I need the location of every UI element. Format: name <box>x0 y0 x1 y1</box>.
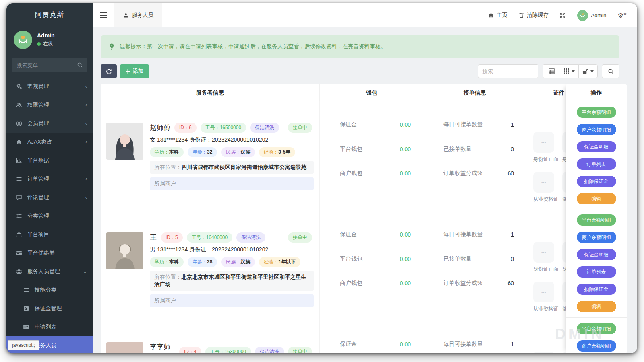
certificate-thumbnail[interactable]: ■■■ <box>533 132 554 153</box>
row-actions: 平台余额明细商户余额明细保证金明细订单列表扣除保证金编辑 <box>566 209 627 318</box>
data-table: 服务者信息 钱包 接单信息 证件 赵师傅ID：6工号：16500000保洁清洗接… <box>101 84 619 353</box>
sidebar-item-0[interactable]: 常规管理‹ <box>6 77 93 96</box>
location-bar: 所在位置：北京北京市东城区和平里街道和平里社区和平之星生活广场 <box>150 271 314 291</box>
row-actions: 平台余额明细商户余额明细保证金明细订单列表扣除保证金编辑 <box>566 318 627 353</box>
action-button[interactable]: 平台余额明细 <box>577 323 616 334</box>
sidebar-item-8[interactable]: 平台项目 <box>6 225 93 244</box>
id-badge: ID：6 <box>174 123 197 133</box>
wallet-cell: 保证金0.00平台钱包0.00商户钱包0.00 <box>320 101 423 211</box>
sidebar-item-2[interactable]: 会员管理‹ <box>6 114 93 133</box>
sidebar-toggle-button[interactable] <box>93 12 114 18</box>
deposit-icon <box>23 305 30 312</box>
chevron-left-icon: ‹ <box>85 84 87 89</box>
attribute-badge: 民族：汉族 <box>221 257 255 267</box>
action-button[interactable]: 平台余额明细 <box>577 107 616 118</box>
sidebar-item-label: 分类管理 <box>27 212 49 220</box>
sidebar-search-input[interactable] <box>12 58 87 72</box>
bag-icon <box>15 231 23 238</box>
export-dropdown-button[interactable] <box>578 64 598 78</box>
action-button[interactable]: 扣除保证金 <box>577 284 616 295</box>
field-label: 已接单数量 <box>443 255 472 263</box>
sidebar-item-1[interactable]: 权限管理‹ <box>6 96 93 114</box>
toggle-view-button[interactable] <box>543 64 560 78</box>
category-icon <box>15 213 23 219</box>
action-button[interactable]: 扣除保证金 <box>577 176 616 187</box>
sidebar-item-label: 平台优惠券 <box>27 249 55 257</box>
worker-photo[interactable] <box>106 232 143 269</box>
settings-button[interactable]: ⚙⚙ <box>618 12 627 19</box>
refresh-button[interactable] <box>101 64 117 78</box>
field-label: 商户钱包 <box>340 280 362 287</box>
columns-dropdown-button[interactable] <box>560 64 579 78</box>
action-button[interactable]: 商户余额明细 <box>577 124 616 135</box>
certificate-label: 从业资格证 <box>533 306 558 313</box>
table-view-icon <box>549 68 555 74</box>
certificate-thumbnail[interactable]: ■■■ <box>533 352 554 353</box>
sidebar-item-5[interactable]: 订单管理‹ <box>6 170 93 188</box>
action-button[interactable]: 订单列表 <box>577 158 616 170</box>
add-button[interactable]: 添加 <box>120 64 149 78</box>
location-bar: 所在位置：四川省成都市武侯区肖家河街道怡康城市公寓瑞景苑 <box>150 161 314 174</box>
sidebar-item-4[interactable]: 平台数据 <box>6 151 93 170</box>
chevron-left-icon: ‹ <box>85 195 87 200</box>
sidebar-item-12[interactable]: 保证金管理 <box>6 299 93 318</box>
trash-icon <box>519 12 524 18</box>
merchant-bar: 所属商户： <box>150 177 314 190</box>
member-icon <box>15 120 23 127</box>
action-button[interactable]: 编辑 <box>577 301 616 312</box>
sidebar-item-11[interactable]: 技能分类 <box>6 281 93 299</box>
search-icon <box>77 62 83 68</box>
sidebar-item-label: 技能分类 <box>35 286 56 294</box>
id-badge: ID：5 <box>161 232 183 243</box>
sidebar-item-3[interactable]: AJAX家政‹ <box>6 133 93 151</box>
table-row: 赵师傅ID：6工号：16500000保洁清洗接单中女 131****1234 身… <box>101 101 619 211</box>
notice-alert: 温馨提示：第一次申请，请在申请列表审核，申请通过后，在服务人员查看，后续修改资料… <box>101 35 619 58</box>
column-header: 服务者信息 <box>101 84 320 101</box>
action-button[interactable]: 编辑 <box>577 193 616 204</box>
field-value: 0.00 <box>400 170 411 177</box>
chevron-left-icon: ‹ <box>85 139 87 145</box>
app-window: 阿贾克斯 Admin 在线 常规管理‹权限管理‹会员管理‹AJAX家政‹ <box>6 3 637 353</box>
action-button[interactable]: 平台余额明细 <box>577 214 616 226</box>
action-button[interactable]: 商户余额明细 <box>577 340 616 352</box>
sidebar-item-label: 申请列表 <box>35 323 56 331</box>
advanced-search-button[interactable] <box>602 64 619 78</box>
certificate-thumbnail[interactable]: ■■■ <box>533 242 554 263</box>
id-badge: ID：4 <box>179 347 201 354</box>
attribute-badge: 经验：1年以下 <box>259 257 300 267</box>
clear-cache-link[interactable]: 清除缓存 <box>519 12 549 19</box>
user-avatar[interactable] <box>14 31 32 49</box>
sidebar-item-9[interactable]: 平台优惠券 <box>6 244 93 262</box>
action-button[interactable]: 保证金明细 <box>577 141 616 152</box>
worker-photo[interactable] <box>106 342 143 353</box>
page-content: 温馨提示：第一次申请，请在申请列表审核，申请通过后，在服务人员查看，后续修改资料… <box>93 27 637 353</box>
fullscreen-button[interactable] <box>560 12 566 19</box>
certificate-thumbnail[interactable]: ■■■ <box>533 172 554 193</box>
status-badge: 接单中 <box>288 123 312 133</box>
admin-dropdown[interactable]: Admin <box>577 10 606 21</box>
attribute-badge: 经验：3-5年 <box>259 147 295 157</box>
sidebar: 阿贾克斯 Admin 在线 常规管理‹权限管理‹会员管理‹AJAX家政‹ <box>6 3 93 353</box>
action-button[interactable]: 订单列表 <box>577 266 616 278</box>
table-search-input[interactable] <box>478 64 538 78</box>
tab-service-personnel[interactable]: 服务人员 <box>114 3 162 27</box>
home-link[interactable]: 主页 <box>488 12 507 19</box>
users-icon <box>15 102 23 108</box>
sidebar-item-13[interactable]: 申请列表 <box>6 318 93 336</box>
skill-badge: 保洁清洗 <box>250 123 279 133</box>
sidebar-item-7[interactable]: 分类管理 <box>6 207 93 225</box>
sidebar-item-label: 评论管理 <box>27 194 49 201</box>
caret-down-icon <box>572 70 575 72</box>
action-button[interactable]: 商户余额明细 <box>577 232 616 243</box>
field-value: 1 <box>511 121 514 128</box>
worker-photo[interactable] <box>106 123 143 160</box>
sidebar-item-6[interactable]: 评论管理‹ <box>6 188 93 207</box>
home-icon <box>488 12 494 18</box>
status-badge: 接单中 <box>288 347 312 354</box>
field-label: 平台钱包 <box>340 146 362 153</box>
brand-title[interactable]: 阿贾克斯 <box>6 3 93 27</box>
sidebar-item-10[interactable]: 服务人员管理⌄ <box>6 262 93 281</box>
certificate-thumbnail[interactable]: ■■■ <box>533 282 554 302</box>
list-icon <box>23 287 30 293</box>
action-button[interactable]: 保证金明细 <box>577 249 616 260</box>
